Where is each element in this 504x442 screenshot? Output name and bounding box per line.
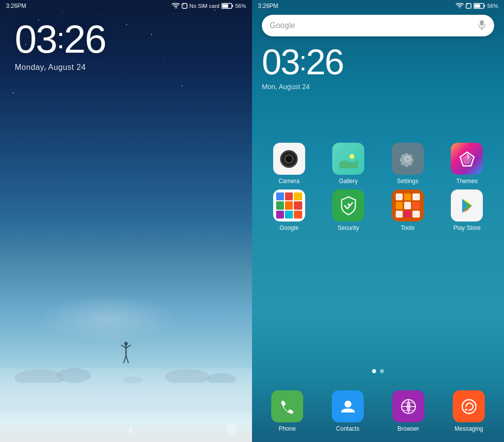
phone-svg	[280, 399, 295, 414]
gallery-svg	[339, 150, 358, 168]
google-grid	[273, 189, 305, 221]
gallery-label: Gallery	[339, 178, 358, 185]
home-wifi-icon	[456, 3, 464, 9]
app-grid: Camera Gallery	[259, 143, 497, 231]
svg-rect-24	[480, 20, 484, 26]
camera-label: Camera	[279, 178, 300, 185]
svg-rect-19	[466, 3, 471, 8]
dock-contacts[interactable]: Contacts	[317, 390, 378, 432]
settings-label: Settings	[397, 178, 418, 185]
lock-status-bar: 3:26PM No SIM card 56%	[0, 0, 252, 12]
themes-label: Themes	[456, 178, 477, 185]
lock-status-icons: No SIM card 56%	[172, 3, 246, 9]
gallery-icon	[332, 143, 364, 175]
app-settings[interactable]: Settings	[378, 143, 438, 185]
lock-minutes: 26	[64, 17, 106, 61]
page-dot-2[interactable]	[380, 369, 384, 373]
themes-svg	[457, 149, 477, 169]
playstore-label: Play Store	[453, 224, 480, 231]
home-status-bar: 3:26PM 56%	[252, 0, 504, 12]
svg-rect-23	[474, 4, 480, 8]
google-folder-icon	[273, 189, 305, 221]
contacts-label: Contacts	[336, 425, 359, 432]
camera-shortcut-icon	[226, 423, 237, 434]
svg-point-41	[462, 400, 476, 413]
contacts-app-icon	[332, 390, 364, 422]
browser-label: Browser	[397, 425, 419, 432]
security-label: Security	[338, 224, 359, 231]
home-sim-icon	[466, 3, 472, 9]
svg-rect-4	[222, 4, 228, 8]
playstore-svg	[458, 197, 476, 215]
app-camera[interactable]: Camera	[259, 143, 319, 185]
home-minutes: 26	[306, 42, 343, 82]
svg-line-13	[126, 345, 131, 348]
page-dots	[252, 369, 504, 373]
battery-icon	[221, 3, 233, 9]
app-themes[interactable]: Themes	[438, 143, 497, 185]
sim-icon	[182, 3, 188, 9]
lock-screen: 3:26PM No SIM card 56% 03:26	[0, 0, 252, 442]
lock-status-time: 3:26PM	[6, 2, 26, 9]
lock-clock-time: 03:26	[15, 20, 106, 59]
app-playstore[interactable]: Play Store	[438, 189, 497, 231]
app-security[interactable]: + Security	[319, 189, 378, 231]
phone-app-icon	[271, 390, 303, 422]
messaging-app-icon	[453, 390, 485, 422]
home-screen: 3:26PM 56% Google	[252, 0, 504, 442]
lock-swipe-up-hint[interactable]: ∧	[127, 424, 134, 436]
browser-svg	[400, 398, 417, 415]
phone-label: Phone	[279, 425, 296, 432]
home-status-icons: 56%	[456, 3, 498, 9]
lock-colon: :	[57, 22, 64, 55]
home-date: Mon, August 24	[262, 83, 343, 91]
google-search-bar[interactable]: Google	[262, 15, 494, 36]
svg-line-15	[126, 356, 128, 363]
security-icon: +	[332, 189, 364, 221]
themes-icon	[451, 143, 483, 175]
app-tools[interactable]: Tools	[378, 189, 438, 231]
dock-messaging[interactable]: Messaging	[439, 390, 499, 432]
camera-icon	[273, 143, 305, 175]
svg-rect-22	[484, 5, 485, 7]
camera-lens	[280, 150, 298, 168]
settings-gear-svg	[399, 150, 416, 168]
home-status-time: 3:26PM	[258, 2, 278, 9]
camera-lens-inner	[284, 155, 293, 163]
microphone-icon	[477, 20, 486, 30]
page-dot-1[interactable]	[372, 369, 376, 373]
lock-scene	[0, 289, 252, 412]
svg-point-10	[125, 342, 128, 346]
svg-rect-3	[232, 5, 233, 7]
svg-point-38	[345, 401, 351, 408]
contacts-svg	[340, 399, 356, 414]
lock-bottom-bar: ∧	[0, 423, 252, 437]
app-gallery[interactable]: Gallery	[319, 143, 378, 185]
svg-marker-42	[465, 409, 468, 411]
lock-hours: 03	[15, 17, 57, 61]
settings-icon	[392, 143, 424, 175]
dock-browser[interactable]: Browser	[378, 390, 439, 432]
google-label: Google	[280, 224, 299, 231]
tools-grid	[392, 189, 424, 221]
svg-point-18	[231, 428, 233, 430]
dock: Phone Contacts	[257, 390, 499, 432]
tools-icon	[392, 189, 424, 221]
svg-text:+: +	[347, 201, 350, 208]
person-silhouette	[120, 341, 132, 368]
messaging-svg	[460, 398, 478, 415]
app-google[interactable]: Google	[259, 189, 319, 231]
home-clock-display: 03:26 Mon, August 24	[262, 44, 343, 91]
svg-line-12	[121, 345, 126, 348]
tools-label: Tools	[401, 224, 414, 231]
lock-camera-shortcut[interactable]	[226, 423, 237, 437]
svg-rect-0	[182, 3, 187, 8]
browser-app-icon	[392, 390, 424, 422]
wifi-icon	[172, 3, 180, 9]
svg-line-14	[124, 356, 126, 363]
dock-phone[interactable]: Phone	[257, 390, 317, 432]
home-colon: :	[299, 46, 306, 76]
playstore-icon	[451, 189, 483, 221]
svg-point-28	[349, 154, 354, 159]
mic-icon[interactable]	[477, 20, 486, 32]
